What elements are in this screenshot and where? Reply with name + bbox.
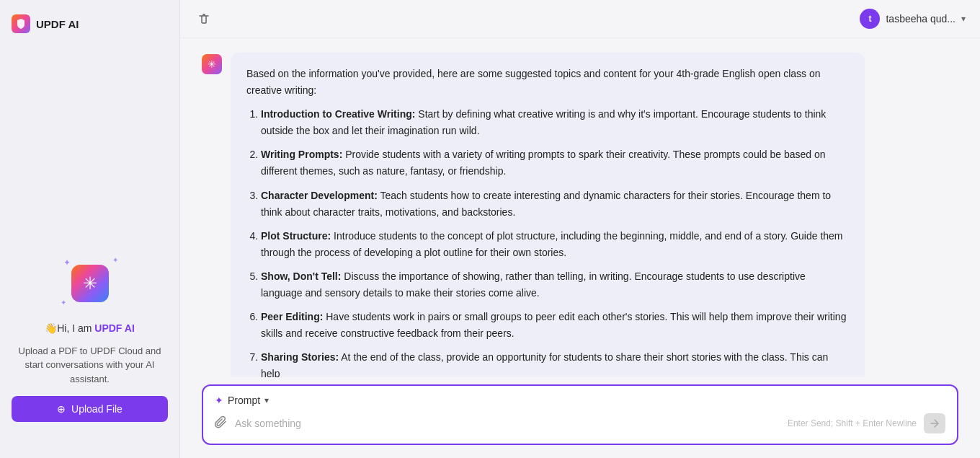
clear-chat-button[interactable] bbox=[195, 9, 213, 28]
message-list-item: Plot Structure: Introduce students to th… bbox=[261, 228, 849, 261]
input-top-row: ✦ Prompt ▾ bbox=[215, 395, 945, 406]
prompt-sparkle-icon: ✦ bbox=[215, 395, 223, 406]
message-list-item: Sharing Stories: At the end of the class… bbox=[261, 349, 849, 377]
svg-text:✳: ✳ bbox=[208, 58, 216, 70]
message-list: Introduction to Creative Writing: Start … bbox=[246, 106, 849, 377]
sparkle-icon-tl: ✦ bbox=[63, 257, 71, 268]
input-box: ✦ Prompt ▾ Enter Send; Shift + Enter New… bbox=[202, 384, 958, 445]
message-list-item: Introduction to Creative Writing: Start … bbox=[261, 106, 849, 139]
trash-icon bbox=[197, 12, 210, 25]
prompt-label: Prompt bbox=[228, 395, 260, 406]
header-left bbox=[195, 9, 213, 28]
upload-icon: ⊕ bbox=[57, 403, 66, 415]
send-icon bbox=[930, 418, 940, 428]
message-list-item: Peer Editing: Have students work in pair… bbox=[261, 309, 849, 342]
main-content: t tasbeeha qud... ▾ ✳ bbox=[180, 0, 980, 458]
greeting-text: 👋Hi, I am UPDF AI bbox=[45, 322, 135, 334]
message-list-item: Character Development: Teach students ho… bbox=[261, 188, 849, 221]
updf-ai-logo: ✳ bbox=[71, 265, 109, 302]
message-intro: Based on the information you've provided… bbox=[246, 66, 849, 99]
svg-text:✳: ✳ bbox=[83, 273, 97, 293]
input-area: ✦ Prompt ▾ Enter Send; Shift + Enter New… bbox=[180, 377, 980, 458]
user-name: tasbeeha qud... bbox=[886, 13, 956, 25]
message-list-item: Show, Don't Tell: Discuss the importance… bbox=[261, 268, 849, 301]
sidebar-description: Upload a PDF to UPDF Cloud and start con… bbox=[12, 344, 168, 387]
chat-area: ✳ Based on the information you've provid… bbox=[180, 38, 980, 377]
header-right: t tasbeeha qud... ▾ bbox=[860, 9, 966, 29]
user-menu-chevron-icon[interactable]: ▾ bbox=[961, 14, 966, 24]
input-hint: Enter Send; Shift + Enter Newline bbox=[788, 418, 917, 428]
ask-input[interactable] bbox=[235, 418, 780, 429]
sidebar-center-content: ✦ ✦ ✦ ✳ 👋Hi, I am UPDF AI Upload a PDF bbox=[12, 255, 168, 423]
send-button[interactable] bbox=[924, 413, 945, 433]
app-logo-text: UPDF AI bbox=[36, 18, 79, 30]
input-bottom-row: Enter Send; Shift + Enter Newline bbox=[215, 413, 945, 433]
message-content: Based on the information you've provided… bbox=[246, 66, 849, 377]
attach-icon[interactable] bbox=[215, 415, 228, 432]
prompt-dropdown-chevron[interactable]: ▾ bbox=[264, 395, 269, 405]
sparkle-icon-tr: ✦ bbox=[112, 256, 118, 264]
ai-avatar-icon: ✳ bbox=[202, 54, 222, 74]
app-logo-icon bbox=[12, 14, 30, 33]
ai-message-row: ✳ Based on the information you've provid… bbox=[202, 53, 958, 377]
upload-file-button[interactable]: ⊕ Upload File bbox=[12, 396, 168, 422]
ai-message-bubble: Based on the information you've provided… bbox=[231, 53, 865, 377]
sidebar-logo: UPDF AI bbox=[12, 14, 79, 33]
sparkle-icon-bl: ✦ bbox=[61, 299, 66, 307]
user-avatar: t bbox=[860, 9, 880, 29]
ai-message-icon: ✳ bbox=[202, 54, 222, 79]
upload-label: Upload File bbox=[71, 403, 122, 415]
header: t tasbeeha qud... ▾ bbox=[180, 0, 980, 38]
ai-icon-area: ✦ ✦ ✦ ✳ bbox=[58, 255, 122, 312]
message-list-item: Writing Prompts: Provide students with a… bbox=[261, 146, 849, 180]
sidebar: UPDF AI ✦ ✦ ✦ ✳ 👋Hi, I am UPDF bbox=[0, 0, 180, 458]
